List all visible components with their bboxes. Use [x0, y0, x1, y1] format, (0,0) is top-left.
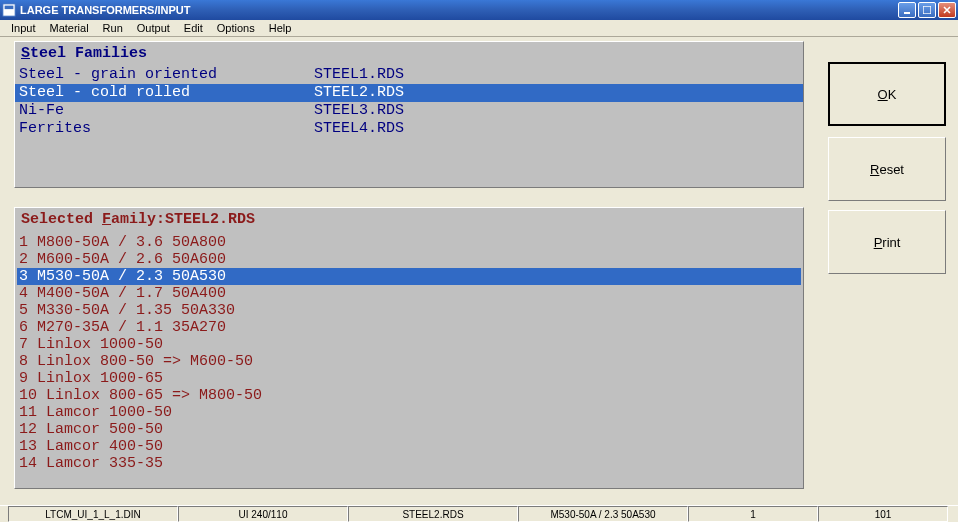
material-row[interactable]: 14 Lamcor 335-35	[17, 455, 801, 472]
selected-family-header: Selected Family:STEEL2.RDS	[15, 208, 803, 232]
families-row-name: Ni-Fe	[19, 102, 314, 120]
families-row-name: Steel - grain oriented	[19, 66, 314, 84]
families-row[interactable]: FerritesSTEEL4.RDS	[15, 120, 803, 138]
selected-family-header-rest: amily:	[111, 211, 165, 228]
menu-edit[interactable]: Edit	[177, 21, 210, 35]
ok-button[interactable]: OK	[828, 62, 946, 126]
svg-rect-1	[5, 6, 14, 10]
status-cell-5: 101	[818, 506, 948, 522]
families-row-file: STEEL2.RDS	[314, 84, 404, 102]
svg-rect-2	[904, 12, 910, 14]
material-row[interactable]: 5 M330-50A / 1.35 50A330	[17, 302, 801, 319]
ok-button-rest: K	[888, 87, 897, 102]
status-bar: LTCM_UI_1_L_1.DINUI 240/110STEEL2.RDSM53…	[0, 505, 958, 522]
svg-rect-3	[923, 6, 931, 14]
steel-families-header-hotkey: S	[21, 45, 30, 62]
reset-button-rest: eset	[879, 162, 904, 177]
close-button[interactable]	[938, 2, 956, 18]
selected-family-header-file: STEEL2.RDS	[165, 211, 255, 228]
material-row[interactable]: 2 M600-50A / 2.6 50A600	[17, 251, 801, 268]
reset-button[interactable]: Reset	[828, 137, 946, 201]
print-button[interactable]: Print	[828, 210, 946, 274]
selected-family-header-hotkey: F	[102, 211, 111, 228]
selected-family-panel: Selected Family:STEEL2.RDS 1 M800-50A / …	[14, 207, 804, 489]
material-row[interactable]: 12 Lamcor 500-50	[17, 421, 801, 438]
window-title: LARGE TRANSFORMERS/INPUT	[20, 4, 898, 16]
status-cell-4: 1	[688, 506, 818, 522]
families-row[interactable]: Steel - cold rolledSTEEL2.RDS	[15, 84, 803, 102]
material-row[interactable]: 4 M400-50A / 1.7 50A400	[17, 285, 801, 302]
close-icon	[943, 6, 951, 14]
print-button-rest: rint	[882, 235, 900, 250]
families-row-file: STEEL3.RDS	[314, 102, 404, 120]
ok-button-hotkey: O	[878, 87, 888, 102]
selected-family-header-label: Selected	[21, 211, 102, 228]
menu-run[interactable]: Run	[96, 21, 130, 35]
steel-families-list[interactable]: Steel - grain orientedSTEEL1.RDSSteel - …	[15, 66, 803, 138]
minimize-icon	[903, 6, 911, 14]
status-cell-1: UI 240/110	[178, 506, 348, 522]
material-row[interactable]: 9 Linlox 1000-65	[17, 370, 801, 387]
status-cell-3: M530-50A / 2.3 50A530	[518, 506, 688, 522]
minimize-button[interactable]	[898, 2, 916, 18]
steel-families-header: Steel Families	[15, 42, 803, 66]
app-icon	[2, 3, 16, 17]
menu-output[interactable]: Output	[130, 21, 177, 35]
families-row-file: STEEL4.RDS	[314, 120, 404, 138]
menu-material[interactable]: Material	[42, 21, 95, 35]
reset-button-hotkey: R	[870, 162, 879, 177]
selected-family-list[interactable]: 1 M800-50A / 3.6 50A8002 M600-50A / 2.6 …	[17, 234, 801, 472]
families-row[interactable]: Ni-FeSTEEL3.RDS	[15, 102, 803, 120]
menu-input[interactable]: Input	[4, 21, 42, 35]
selected-family-scroll-area[interactable]: 1 M800-50A / 3.6 50A8002 M600-50A / 2.6 …	[17, 234, 801, 486]
maximize-button[interactable]	[918, 2, 936, 18]
menu-options[interactable]: Options	[210, 21, 262, 35]
families-row-name: Ferrites	[19, 120, 314, 138]
material-row[interactable]: 11 Lamcor 1000-50	[17, 404, 801, 421]
steel-families-panel: Steel Families Steel - grain orientedSTE…	[14, 41, 804, 188]
title-bar: LARGE TRANSFORMERS/INPUT	[0, 0, 958, 20]
menu-help[interactable]: Help	[262, 21, 299, 35]
material-row[interactable]: 7 Linlox 1000-50	[17, 336, 801, 353]
maximize-icon	[923, 6, 931, 14]
steel-families-header-rest: teel Families	[30, 45, 147, 62]
families-row-file: STEEL1.RDS	[314, 66, 404, 84]
material-row[interactable]: 6 M270-35A / 1.1 35A270	[17, 319, 801, 336]
status-cell-2: STEEL2.RDS	[348, 506, 518, 522]
material-row[interactable]: 8 Linlox 800-50 => M600-50	[17, 353, 801, 370]
client-area: Steel Families Steel - grain orientedSTE…	[0, 37, 958, 505]
material-row[interactable]: 13 Lamcor 400-50	[17, 438, 801, 455]
families-row[interactable]: Steel - grain orientedSTEEL1.RDS	[15, 66, 803, 84]
material-row[interactable]: 10 Linlox 800-65 => M800-50	[17, 387, 801, 404]
families-row-name: Steel - cold rolled	[19, 84, 314, 102]
material-row[interactable]: 3 M530-50A / 2.3 50A530	[17, 268, 801, 285]
print-button-hotkey: P	[874, 235, 883, 250]
material-row[interactable]: 1 M800-50A / 3.6 50A800	[17, 234, 801, 251]
menu-bar: InputMaterialRunOutputEditOptionsHelp	[0, 20, 958, 37]
status-cell-0: LTCM_UI_1_L_1.DIN	[8, 506, 178, 522]
